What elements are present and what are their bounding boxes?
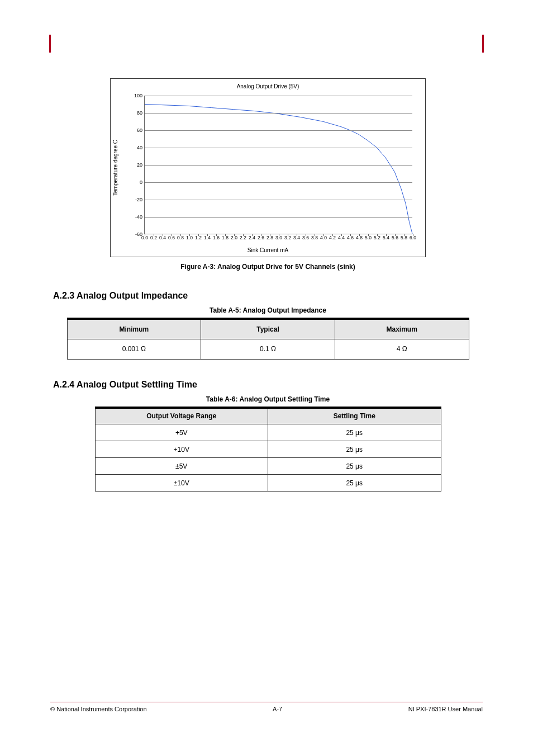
chart-xtick: 6.0 xyxy=(410,234,416,240)
chart-xtick: 5.6 xyxy=(392,234,398,240)
table-header: Output Voltage Range xyxy=(95,408,268,424)
footer-left: © National Instruments Corporation xyxy=(50,706,147,712)
section-ao-impedance-title: A.2.3 Analog Output Impedance xyxy=(53,291,483,301)
chart-xtick: 1.4 xyxy=(204,234,211,240)
chart-xtick: 1.6 xyxy=(213,234,220,240)
chart-plot-area: -60-40-200204060801000.00.20.40.60.81.01… xyxy=(144,96,412,234)
chart-ytick: 40 xyxy=(137,145,145,150)
chart-xtick: 0.4 xyxy=(159,234,166,240)
chart-xtick: 1.0 xyxy=(186,234,193,240)
chart-gridline xyxy=(145,217,412,218)
chart-xtick: 2.8 xyxy=(266,234,273,240)
table-header: Settling Time xyxy=(268,408,441,424)
chart-title: Analog Output Drive (5V) xyxy=(111,83,425,89)
table-ao-impedance-caption: Table A-5: Analog Output Impedance xyxy=(67,306,469,314)
chart-ytick: 80 xyxy=(137,110,145,116)
chart-xtick: 0.0 xyxy=(141,234,148,240)
chart-xtick: 0.6 xyxy=(168,234,175,240)
table-cell: 4 Ω xyxy=(335,339,469,359)
chart-gridline xyxy=(145,96,412,96)
chart-xtick: 3.4 xyxy=(293,234,300,240)
table-cell: +5V xyxy=(95,424,268,441)
figure-caption: Figure A-3: Analog Output Drive for 5V C… xyxy=(110,263,426,271)
chart-xtick: 1.2 xyxy=(195,234,202,240)
chart-ytick: -20 xyxy=(135,197,145,202)
chart-xtick: 5.4 xyxy=(383,234,389,240)
chart-xtick: 5.8 xyxy=(401,234,407,240)
table-cell: ±10V xyxy=(95,475,268,492)
chart-ytick: 0 xyxy=(140,179,145,185)
chart-xtick: 2.0 xyxy=(231,234,237,240)
table-cell: 25 μs xyxy=(268,475,441,492)
chart-ytick: 60 xyxy=(137,127,145,133)
chart-xtick: 2.6 xyxy=(258,234,264,240)
table-ao-settling-caption: Table A-6: Analog Output Settling Time xyxy=(95,395,441,403)
chart-xtick: 4.0 xyxy=(320,234,327,240)
chart-gridline xyxy=(145,130,412,131)
chart-ylabel: Temperature degree C xyxy=(112,140,118,196)
footer-center: A-7 xyxy=(273,706,282,712)
chart-xtick: 5.0 xyxy=(365,234,372,240)
table-header: Typical xyxy=(201,319,335,339)
chart-gridline xyxy=(145,165,412,166)
chart-xtick: 2.4 xyxy=(249,234,255,240)
page-mark-right xyxy=(482,35,484,53)
table-cell: 25 μs xyxy=(268,424,441,441)
table-cell: 25 μs xyxy=(268,441,441,458)
chart-xtick: 4.2 xyxy=(329,234,336,240)
table-header: Maximum xyxy=(335,319,469,339)
table-cell: +10V xyxy=(95,441,268,458)
page-footer: © National Instruments Corporation A-7 N… xyxy=(50,702,483,712)
table-cell: 25 μs xyxy=(268,458,441,475)
chart-gridline xyxy=(145,182,412,183)
chart-xtick: 1.8 xyxy=(222,234,229,240)
chart-xtick: 0.2 xyxy=(150,234,157,240)
table-ao-settling: Table A-6: Analog Output Settling Time O… xyxy=(95,395,441,492)
table-cell: ±5V xyxy=(95,458,268,475)
chart-xtick: 2.2 xyxy=(240,234,246,240)
table-ao-impedance: Table A-5: Analog Output Impedance Minim… xyxy=(67,306,469,360)
table-cell: 0.1 Ω xyxy=(201,339,335,359)
chart-xtick: 0.8 xyxy=(177,234,184,240)
chart-gridline xyxy=(145,200,412,200)
chart-xtick: 3.8 xyxy=(311,234,318,240)
chart-ytick: 100 xyxy=(134,93,145,98)
chart-gridline xyxy=(145,148,412,148)
chart-xtick: 3.0 xyxy=(275,234,282,240)
chart-ytick: -40 xyxy=(135,214,145,220)
chart-xtick: 4.6 xyxy=(347,234,354,240)
footer-right: NI PXI-7831R User Manual xyxy=(408,706,483,712)
chart-xtick: 5.2 xyxy=(374,234,380,240)
chart-frame: Analog Output Drive (5V) Temperature deg… xyxy=(110,78,426,257)
table-cell: 0.001 Ω xyxy=(67,339,201,359)
chart-xtick: 4.4 xyxy=(338,234,345,240)
page-mark-left xyxy=(49,35,51,53)
chart-gridline xyxy=(145,113,412,114)
chart-ytick: 20 xyxy=(137,162,145,168)
chart-xlabel: Sink Current mA xyxy=(111,247,425,253)
chart-xtick: 3.6 xyxy=(302,234,309,240)
table-header: Minimum xyxy=(67,319,201,339)
chart-xtick: 4.8 xyxy=(356,234,363,240)
chart-series-line xyxy=(145,104,412,234)
chart-container: Analog Output Drive (5V) Temperature deg… xyxy=(110,78,426,271)
chart-xtick: 3.2 xyxy=(284,234,291,240)
section-ao-settling-title: A.2.4 Analog Output Settling Time xyxy=(53,380,483,390)
